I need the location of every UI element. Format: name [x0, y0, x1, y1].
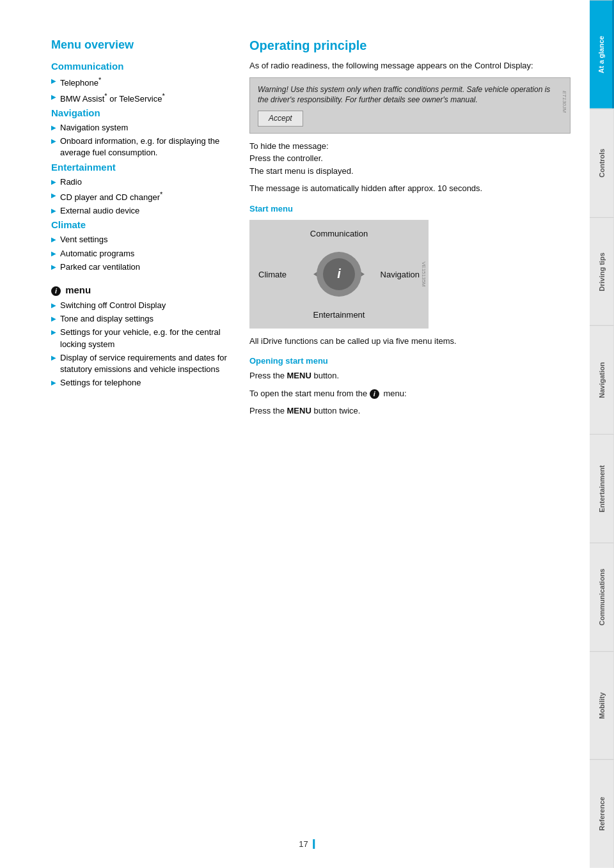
- communication-list: ▶ Telephone* ▶ BMW Assist* or TeleServic…: [51, 75, 230, 105]
- opening-start-menu-heading: Opening start menu: [249, 356, 571, 366]
- item-text: Telephone*: [60, 75, 101, 89]
- para2: To hide the message:: [249, 141, 329, 151]
- menu-bold-2: MENU: [287, 406, 311, 415]
- arrow-icon: ▶: [51, 314, 56, 323]
- arrow-icon: ▶: [51, 378, 56, 387]
- arrow-icon: ▶: [51, 249, 56, 258]
- menu-bold-1: MENU: [287, 371, 311, 380]
- idrive-center-button[interactable]: i: [317, 252, 361, 297]
- item-text: Automatic programs: [60, 248, 134, 260]
- item-text: Onboard information, e.g. for displaying…: [60, 136, 230, 159]
- item-text: CD player and CD changer*: [60, 190, 162, 204]
- sidebar-tab-entertainment[interactable]: Entertainment: [590, 434, 614, 543]
- sidebar-tab-controls[interactable]: Controls: [590, 109, 614, 217]
- list-item: ▶ Switching off Control Display: [51, 300, 230, 311]
- sidebar-tab-driving-tips[interactable]: Driving tips: [590, 217, 614, 326]
- arrow-icon: ▶: [51, 93, 56, 102]
- sidebar-tab-reference[interactable]: Reference: [590, 759, 614, 868]
- list-item: ▶ CD player and CD changer*: [51, 190, 230, 204]
- right-column: Operating principle As of radio readines…: [249, 38, 571, 830]
- hide-message-text: To hide the message: Press the controlle…: [249, 140, 571, 178]
- list-item: ▶ Automatic programs: [51, 248, 230, 260]
- list-item: ▶ Tone and display settings: [51, 313, 230, 325]
- warning-text: Warning! Use this system only when traff…: [258, 85, 550, 105]
- opening-para1: Press the MENU button.: [249, 369, 571, 382]
- entertainment-heading: Entertainment: [51, 162, 230, 173]
- arrow-icon: ▶: [51, 123, 56, 132]
- item-text: Navigation system: [60, 122, 128, 134]
- accept-button[interactable]: Accept: [258, 111, 303, 127]
- diagram-climate-label: Climate: [258, 269, 287, 279]
- list-item: ▶ External audio device: [51, 205, 230, 217]
- communication-heading: Communication: [51, 61, 230, 72]
- opening-para1-suffix: button.: [311, 371, 339, 380]
- list-item: ▶ BMW Assist* or TeleService*: [51, 91, 230, 105]
- opening-para2: To open the start menu from the i menu:: [249, 387, 571, 400]
- arrow-icon: ▶: [51, 206, 56, 215]
- arrow-icon: ▶: [51, 77, 56, 86]
- idrive-diagram: Communication Climate Navigation Enterta…: [249, 220, 429, 329]
- opening-para2-prefix: To open the start menu from the: [249, 389, 370, 398]
- main-content: Menu overview Communication ▶ Telephone*…: [0, 0, 590, 868]
- item-text: BMW Assist* or TeleService*: [60, 91, 165, 105]
- list-item: ▶ Display of service requirements and da…: [51, 352, 230, 375]
- sidebar-tab-mobility[interactable]: Mobility: [590, 651, 614, 760]
- list-item: ▶ Telephone*: [51, 75, 230, 89]
- arrow-icon: ▶: [51, 191, 56, 200]
- climate-heading: Climate: [51, 219, 230, 230]
- arrow-icon: ▶: [51, 328, 56, 337]
- list-item: ▶ Onboard information, e.g. for displayi…: [51, 136, 230, 159]
- para3: Press the controller.: [249, 153, 323, 163]
- opening-para3-prefix: Press the: [249, 406, 287, 415]
- opening-para2-suffix: menu:: [381, 389, 407, 398]
- navigation-heading: Navigation: [51, 107, 230, 118]
- version-label: ET130JM: [561, 91, 568, 112]
- diagram-entertainment-label: Entertainment: [313, 310, 365, 320]
- arrow-icon: ▶: [51, 263, 56, 272]
- arrow-icon: ▶: [51, 301, 56, 310]
- sidebar-tab-navigation[interactable]: Navigation: [590, 325, 614, 434]
- star: *: [98, 76, 101, 84]
- list-item: ▶ Navigation system: [51, 122, 230, 134]
- sidebar: At a glance Controls Driving tips Naviga…: [590, 0, 614, 868]
- diagram-caption: All iDrive functions can be called up vi…: [249, 335, 571, 348]
- opening-para3: Press the MENU button twice.: [249, 405, 571, 417]
- imenu-section: i menu ▶ Switching off Control Display ▶…: [51, 284, 230, 389]
- navigation-section: Navigation ▶ Navigation system ▶ Onboard…: [51, 107, 230, 159]
- item-text: Settings for your vehicle, e.g. for the …: [60, 327, 230, 350]
- climate-list: ▶ Vent settings ▶ Automatic programs ▶ P…: [51, 234, 230, 273]
- diagram-version-label: VE15135M: [421, 261, 427, 287]
- i-menu-icon-inline: i: [370, 389, 379, 399]
- arrow-icon: ▶: [51, 353, 56, 362]
- sidebar-tab-at-a-glance[interactable]: At a glance: [590, 0, 614, 109]
- arrow-icon: ▶: [51, 137, 56, 146]
- warning-box: Warning! Use this system only when traff…: [249, 77, 571, 134]
- auto-hide-text: The message is automatically hidden afte…: [249, 182, 571, 195]
- sidebar-tab-communications[interactable]: Communications: [590, 543, 614, 651]
- page-number: 17: [299, 839, 315, 849]
- diagram-communication-label: Communication: [310, 229, 368, 238]
- item-text: Tone and display settings: [60, 313, 154, 325]
- operating-principle-title: Operating principle: [249, 38, 571, 53]
- idrive-inner-circle: i: [323, 258, 355, 290]
- communication-section: Communication ▶ Telephone* ▶ BMW Assist*…: [51, 61, 230, 105]
- star: *: [104, 92, 107, 100]
- intro-paragraph: As of radio readiness, the following mes…: [249, 59, 571, 72]
- opening-para3-suffix: button twice.: [311, 406, 361, 415]
- item-text: External audio device: [60, 205, 139, 217]
- list-item: ▶ Vent settings: [51, 234, 230, 245]
- page-title: Menu overview: [51, 38, 230, 52]
- left-column: Menu overview Communication ▶ Telephone*…: [51, 38, 230, 830]
- entertainment-list: ▶ Radio ▶ CD player and CD changer* ▶ Ex…: [51, 176, 230, 217]
- page-container: Menu overview Communication ▶ Telephone*…: [0, 0, 614, 868]
- i-icon: i: [51, 286, 61, 296]
- imenu-heading: i menu: [51, 284, 230, 296]
- star: *: [162, 92, 164, 100]
- item-text: Switching off Control Display: [60, 300, 166, 311]
- climate-section: Climate ▶ Vent settings ▶ Automatic prog…: [51, 219, 230, 273]
- diagram-navigation-label: Navigation: [381, 269, 420, 279]
- item-text: Display of service requirements and date…: [60, 352, 230, 375]
- item-text: Parked car ventilation: [60, 261, 140, 273]
- imenu-list: ▶ Switching off Control Display ▶ Tone a…: [51, 300, 230, 389]
- arrow-icon: ▶: [51, 178, 56, 187]
